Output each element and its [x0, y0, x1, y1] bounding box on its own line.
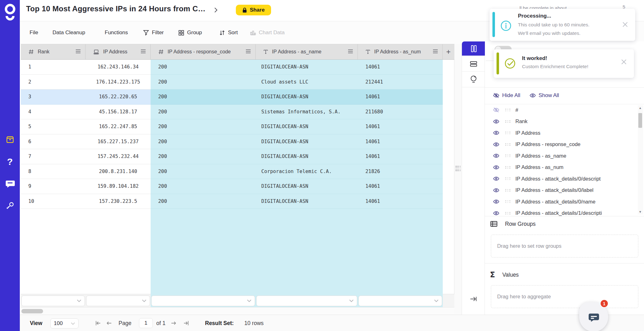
filter-input-1[interactable]	[21, 296, 85, 306]
cell[interactable]: DIGITALOCEAN-ASN	[256, 134, 358, 149]
cell[interactable]: 176.124.223.175	[86, 75, 151, 90]
eye-icon[interactable]	[493, 199, 500, 204]
cell[interactable]: Sistemas Informaticos, S.A.	[256, 105, 358, 120]
cell[interactable]: 8	[21, 164, 86, 179]
panel-column-item[interactable]: IP Address - as_num	[485, 162, 638, 173]
menu-item-data-cleanup[interactable]: Data Cleanup	[53, 21, 85, 44]
table-row-6[interactable]: 6165.227.15.237200DIGITALOCEAN-ASN14061	[21, 134, 454, 149]
filter-input-4[interactable]	[256, 296, 357, 306]
first-page-button[interactable]	[95, 315, 101, 331]
cell[interactable]: 200	[151, 149, 256, 164]
table-row-9[interactable]: 9159.89.104.182200DIGITALOCEAN-ASN14061	[21, 179, 454, 194]
cell[interactable]: 14061	[358, 179, 443, 194]
cell[interactable]: 165.227.15.237	[86, 134, 151, 149]
drag-handle-icon[interactable]	[505, 143, 511, 146]
hide-all-button[interactable]: Hide All	[493, 92, 520, 99]
cell[interactable]: 14061	[358, 194, 443, 209]
cell[interactable]: DIGITALOCEAN-ASN	[256, 60, 358, 75]
horizontal-scrollbar-thumb[interactable]	[21, 309, 43, 313]
drag-handle-icon[interactable]	[505, 132, 511, 134]
cell[interactable]: 162.243.146.34	[86, 60, 151, 75]
drag-handle-icon[interactable]	[505, 155, 511, 157]
panel-column-item[interactable]: IP Address - attack_details/0/name	[485, 196, 638, 208]
horizontal-scrollbar[interactable]	[21, 307, 454, 315]
menu-item-chart-data[interactable]: Chart Data	[250, 21, 285, 44]
cell[interactable]: DIGITALOCEAN-ASN	[256, 194, 358, 209]
eye-icon[interactable]	[493, 165, 500, 170]
close-icon[interactable]	[621, 59, 627, 65]
share-button[interactable]: Share	[236, 5, 271, 15]
eye-icon[interactable]	[493, 187, 500, 193]
title-chevron-icon[interactable]	[213, 7, 218, 13]
eye-icon[interactable]	[493, 142, 500, 147]
eye-icon[interactable]	[493, 119, 500, 124]
cell[interactable]: DIGITALOCEAN-ASN	[256, 90, 358, 105]
cell[interactable]: 200.8.231.140	[86, 164, 151, 179]
cell[interactable]: 211680	[358, 105, 443, 120]
panel-column-item[interactable]: IP Address - attack_details/1/descripti	[485, 208, 638, 216]
table-row-5[interactable]: 5165.22.247.85200DIGITALOCEAN-ASN14061	[21, 119, 454, 134]
table-row-8[interactable]: 8200.8.231.140200Corporacion Telemic C.A…	[21, 164, 454, 179]
panel-resize-handle[interactable]	[456, 166, 461, 171]
cell[interactable]: DIGITALOCEAN-ASN	[256, 119, 358, 134]
close-icon[interactable]	[622, 21, 628, 28]
cell[interactable]: DIGITALOCEAN-ASN	[256, 149, 358, 164]
cell[interactable]: 5	[21, 119, 86, 134]
column-header-5[interactable]: IP Address - as_num	[358, 44, 443, 59]
cell[interactable]: 165.22.220.65	[86, 90, 151, 105]
panel-column-item[interactable]: IP Address	[485, 127, 638, 139]
cell[interactable]: 165.22.247.85	[86, 119, 151, 134]
panel-column-item[interactable]: #	[485, 104, 638, 116]
storage-box-icon[interactable]	[0, 135, 20, 144]
panel-column-item[interactable]: IP Address - attack_details/0/descript	[485, 173, 638, 185]
cell[interactable]: 200	[151, 134, 256, 149]
api-key-icon[interactable]	[0, 201, 20, 210]
cell[interactable]: 14061	[358, 90, 443, 105]
drag-handle-icon[interactable]	[505, 166, 511, 169]
table-row-3[interactable]: 3165.22.220.65200DIGITALOCEAN-ASN14061	[21, 90, 454, 105]
filter-input-2[interactable]	[86, 296, 150, 306]
cell[interactable]: 14061	[358, 119, 443, 134]
drag-handle-icon[interactable]	[505, 200, 511, 203]
cell[interactable]: 21826	[358, 164, 443, 179]
panel-column-item[interactable]: IP Address - attack_details/0/label	[485, 185, 638, 196]
filter-input-3[interactable]	[151, 296, 255, 306]
column-menu-icon[interactable]	[246, 49, 251, 55]
prev-page-button[interactable]	[106, 315, 112, 331]
cell[interactable]: 14061	[358, 60, 443, 75]
cell[interactable]: DIGITALOCEAN-ASN	[256, 179, 358, 194]
table-row-1[interactable]: 1162.243.146.34200DIGITALOCEAN-ASN14061	[21, 60, 454, 75]
table-row-10[interactable]: 10157.230.223.5200DIGITALOCEAN-ASN14061	[21, 194, 454, 209]
cell[interactable]: 14061	[358, 149, 443, 164]
menu-item-functions[interactable]: Functions	[105, 21, 128, 44]
scroll-down-icon[interactable]: ▼	[639, 210, 642, 214]
column-menu-icon[interactable]	[75, 49, 81, 55]
cell[interactable]: 10	[21, 194, 86, 209]
cell[interactable]: 159.89.104.182	[86, 179, 151, 194]
row-groups-dropzone[interactable]: Drag here to set row groups	[491, 235, 638, 258]
column-header-3[interactable]: IP Address - response_code	[151, 44, 256, 59]
cell[interactable]: Cloud assets LLC	[256, 75, 358, 90]
last-page-button[interactable]	[183, 315, 189, 331]
next-page-button[interactable]	[170, 315, 177, 331]
cell[interactable]: 200	[151, 119, 256, 134]
eye-icon[interactable]	[493, 153, 500, 159]
help-icon[interactable]: ?	[0, 156, 20, 167]
page-size-select[interactable]: 100	[50, 318, 79, 328]
scroll-up-icon[interactable]: ▲	[639, 106, 642, 110]
cell[interactable]: 200	[151, 75, 256, 90]
drag-handle-icon[interactable]	[505, 120, 511, 123]
collapse-panel-button[interactable]	[468, 295, 479, 303]
cell[interactable]: 7	[21, 149, 86, 164]
cell[interactable]: 200	[151, 179, 256, 194]
cell[interactable]: 9	[21, 179, 86, 194]
cell[interactable]: 6	[21, 134, 86, 149]
column-header-4[interactable]: IP Address - as_name	[256, 44, 358, 59]
drag-handle-icon[interactable]	[505, 212, 511, 214]
cell[interactable]: 4	[21, 105, 86, 120]
menu-item-group[interactable]: Group	[178, 21, 202, 44]
panel-scrollbar-thumb[interactable]	[638, 113, 642, 128]
tab-insights[interactable]	[462, 72, 485, 87]
show-all-button[interactable]: Show All	[529, 92, 559, 99]
eye-off-icon[interactable]	[493, 107, 500, 113]
